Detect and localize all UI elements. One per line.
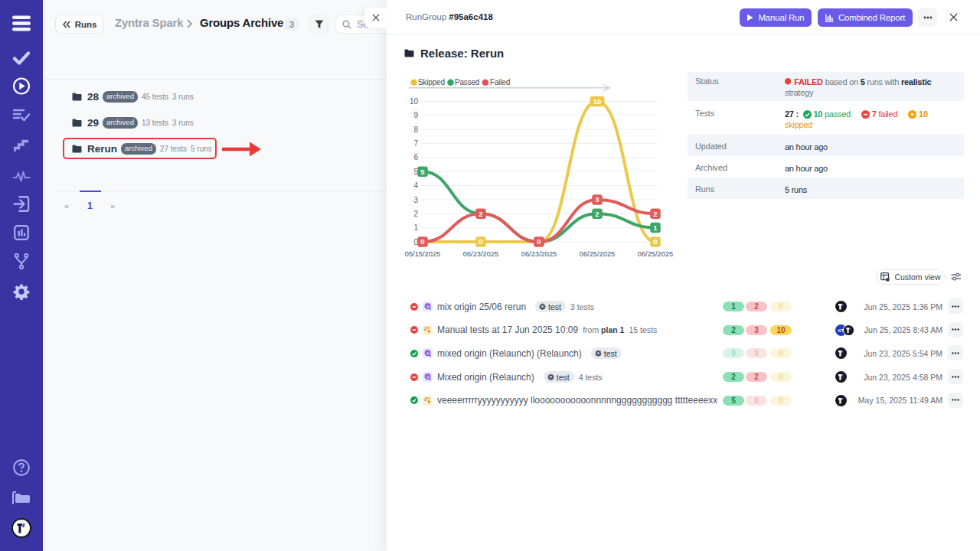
svg-text:8: 8 xyxy=(413,126,418,134)
svg-text:2: 2 xyxy=(653,210,657,218)
svg-text:Failed: Failed xyxy=(490,78,510,86)
svg-text:7: 7 xyxy=(413,139,418,148)
svg-text:0: 0 xyxy=(653,237,657,246)
svg-text:05/15/2025: 05/15/2025 xyxy=(405,250,441,258)
svg-text:Skipped: Skipped xyxy=(418,78,445,86)
svg-text:4: 4 xyxy=(413,181,418,190)
svg-text:3: 3 xyxy=(595,195,599,204)
svg-text:06/25/2025: 06/25/2025 xyxy=(580,250,616,258)
svg-text:2: 2 xyxy=(413,210,418,218)
svg-text:0: 0 xyxy=(479,237,482,246)
svg-text:2: 2 xyxy=(479,210,482,218)
svg-text:0: 0 xyxy=(420,237,424,246)
svg-text:6: 6 xyxy=(413,153,418,161)
svg-text:9: 9 xyxy=(413,111,418,119)
svg-text:1: 1 xyxy=(413,223,418,232)
svg-text:Passed: Passed xyxy=(455,78,479,86)
svg-text:5: 5 xyxy=(420,168,425,176)
svg-text:0: 0 xyxy=(537,237,541,246)
svg-text:1: 1 xyxy=(653,223,658,232)
svg-text:10: 10 xyxy=(410,97,419,106)
svg-text:3: 3 xyxy=(413,196,418,204)
svg-text:06/23/2025: 06/23/2025 xyxy=(521,250,557,258)
svg-text:06/25/2025: 06/25/2025 xyxy=(638,250,674,258)
svg-text:06/23/2025: 06/23/2025 xyxy=(463,250,499,258)
svg-text:10: 10 xyxy=(593,97,602,106)
svg-text:2: 2 xyxy=(595,210,599,218)
